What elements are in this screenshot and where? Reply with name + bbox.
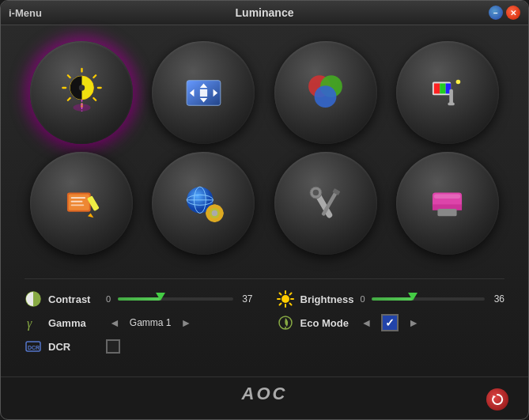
svg-rect-17 xyxy=(200,89,207,96)
svg-rect-26 xyxy=(448,102,455,105)
svg-marker-34 xyxy=(88,213,93,218)
icon-color-setup[interactable] xyxy=(274,41,377,144)
bottom-bar: AOC xyxy=(1,376,528,411)
title-bar: i-Menu Luminance − ✕ xyxy=(1,1,528,25)
dcr-checkbox[interactable] xyxy=(106,339,120,354)
contrast-icon xyxy=(25,290,42,308)
contrast-label: Contrast xyxy=(48,293,100,305)
contrast-fill xyxy=(118,297,161,301)
brightness-row: Brightness 0 36 xyxy=(277,287,505,311)
svg-text:DCR: DCR xyxy=(28,345,40,350)
dcr-row: DCR DCR xyxy=(25,335,253,358)
svg-rect-25 xyxy=(450,89,454,104)
dcr-label: DCR xyxy=(48,341,100,353)
brightness-thumb xyxy=(408,293,418,301)
brightness-min: 0 xyxy=(360,294,368,304)
gamma-icon: γ xyxy=(25,314,42,331)
eco-prev[interactable]: ◄ xyxy=(358,315,376,331)
contrast-track[interactable] xyxy=(118,297,233,301)
svg-text:γ: γ xyxy=(27,316,32,331)
svg-rect-23 xyxy=(440,83,446,93)
eco-mode-icon xyxy=(277,314,294,331)
gamma-label: Gamma xyxy=(48,317,100,329)
brightness-value: 36 xyxy=(489,293,504,305)
left-controls: Contrast 0 37 γ Gamma xyxy=(25,287,253,358)
main-content: Contrast 0 37 γ Gamma xyxy=(1,25,528,370)
brightness-label: Brightness xyxy=(300,293,354,305)
contrast-value: 37 xyxy=(237,293,253,305)
svg-line-6 xyxy=(67,75,70,78)
svg-point-48 xyxy=(313,189,319,195)
svg-rect-31 xyxy=(70,200,82,202)
svg-line-7 xyxy=(93,98,96,100)
brightness-slider-container: 0 36 xyxy=(360,293,504,305)
svg-rect-42 xyxy=(213,204,216,207)
contrast-thumb xyxy=(156,293,165,301)
app-name: i-Menu xyxy=(9,7,42,19)
icon-luminance[interactable] xyxy=(30,41,133,144)
reset-button[interactable] xyxy=(486,388,508,411)
eco-mode-row: Eco Mode ◄ ► xyxy=(277,311,505,335)
contrast-min: 0 xyxy=(106,294,114,304)
icons-grid xyxy=(17,33,512,263)
svg-line-9 xyxy=(67,98,70,100)
icon-factory[interactable] xyxy=(274,152,377,255)
window-controls: − ✕ xyxy=(489,6,520,20)
svg-line-65 xyxy=(289,304,291,305)
dcr-icon: DCR xyxy=(25,338,42,355)
svg-point-27 xyxy=(456,79,461,84)
eco-next[interactable]: ► xyxy=(405,315,422,331)
svg-line-64 xyxy=(279,293,281,295)
contrast-row: Contrast 0 37 xyxy=(25,287,253,311)
minimize-button[interactable]: − xyxy=(489,6,503,20)
gamma-prev[interactable]: ◄ xyxy=(106,315,123,331)
dcr-checkbox-container[interactable] xyxy=(106,339,120,354)
svg-point-20 xyxy=(315,85,337,108)
svg-rect-53 xyxy=(438,209,457,216)
brightness-icon xyxy=(277,290,294,308)
gamma-control: ◄ Gamma 1 ► xyxy=(106,315,195,331)
right-controls: Brightness 0 36 xyxy=(277,287,505,358)
svg-point-1 xyxy=(78,85,84,90)
divider xyxy=(25,278,504,279)
svg-point-59 xyxy=(282,295,289,303)
svg-rect-32 xyxy=(70,204,84,206)
brightness-fill xyxy=(372,297,412,301)
contrast-slider-container: 0 37 xyxy=(106,293,253,305)
icon-osd-setup[interactable] xyxy=(30,152,133,255)
svg-point-41 xyxy=(212,210,217,215)
svg-line-8 xyxy=(93,75,96,78)
close-button[interactable]: ✕ xyxy=(506,6,520,20)
icon-exit[interactable] xyxy=(396,152,499,255)
svg-rect-45 xyxy=(221,211,224,214)
icon-picture-boost[interactable] xyxy=(396,41,499,144)
svg-rect-22 xyxy=(434,83,440,93)
svg-line-67 xyxy=(279,304,281,305)
gamma-value: Gamma 1 xyxy=(130,317,172,328)
window-title: Luminance xyxy=(236,6,294,19)
svg-rect-44 xyxy=(206,211,209,214)
aoc-logo: AOC xyxy=(242,384,288,404)
svg-rect-30 xyxy=(70,197,85,199)
icon-image-setup[interactable] xyxy=(152,41,255,144)
svg-rect-54 xyxy=(434,194,460,199)
eco-mode-control: ◄ ► xyxy=(358,314,423,331)
eco-checkbox[interactable] xyxy=(381,314,399,331)
controls-section: Contrast 0 37 γ Gamma xyxy=(17,283,512,362)
svg-line-66 xyxy=(289,293,291,295)
gamma-row: γ Gamma ◄ Gamma 1 ► xyxy=(25,311,253,335)
brightness-track[interactable] xyxy=(372,297,485,301)
svg-rect-43 xyxy=(213,219,216,222)
icon-extra[interactable] xyxy=(152,152,255,255)
eco-mode-label: Eco Mode xyxy=(300,317,352,329)
gamma-next[interactable]: ► xyxy=(178,315,195,331)
